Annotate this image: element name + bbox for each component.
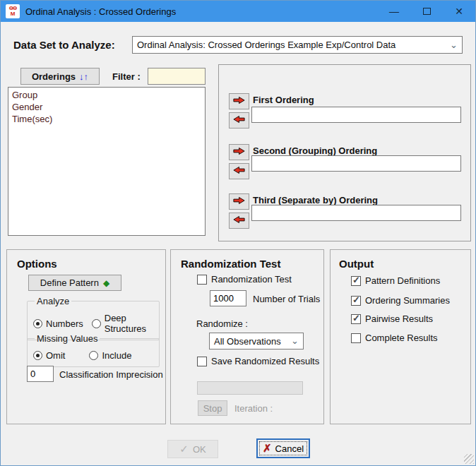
third-ordering-label: Third (Separate by) Ordering (253, 195, 378, 205)
save-randomized-checkbox-label: Save Randomized Results (211, 356, 319, 366)
move-right-second-button[interactable] (229, 144, 249, 160)
output-panel: Output Pattern Definitions Ordering Summ… (330, 249, 471, 424)
list-item[interactable]: Group (8, 89, 205, 101)
randomization-progress-field (197, 381, 303, 395)
arrow-right-icon (232, 196, 246, 207)
ok-button-label: OK (193, 444, 206, 455)
close-button[interactable]: ✕ (443, 1, 475, 22)
ordering-summaries-checkbox[interactable]: Ordering Summaries (351, 295, 450, 306)
resize-grip[interactable] (464, 454, 474, 464)
dataset-combobox[interactable]: Ordinal Analysis: Crossed Orderings Exam… (132, 36, 463, 54)
classification-imprecision-input[interactable] (27, 366, 54, 382)
close-icon: ✕ (455, 6, 463, 17)
maximize-icon (423, 8, 431, 15)
radio-include-label: Include (102, 350, 131, 361)
window-controls: — ✕ (378, 1, 475, 22)
title-bar[interactable]: ΘΘ M Ordinal Analysis : Crossed Ordering… (1, 1, 475, 22)
radio-icon (89, 351, 98, 360)
options-heading: Options (17, 258, 57, 270)
checkbox-icon (197, 275, 207, 285)
radio-deep-structures[interactable]: Deep Structures (92, 313, 153, 334)
save-randomized-checkbox[interactable]: Save Randomized Results (197, 356, 319, 366)
dataset-combobox-value: Ordinal Analysis: Crossed Orderings Exam… (137, 40, 395, 50)
radio-include[interactable]: Include (89, 350, 131, 361)
checkbox-icon (351, 333, 361, 343)
sort-updown-icon: ↓↑ (79, 71, 88, 82)
classification-imprecision-label: Classification Imprecision (59, 369, 163, 380)
pattern-definitions-checkbox[interactable]: Pattern Definitions (351, 275, 440, 286)
pattern-definitions-label: Pattern Definitions (365, 275, 440, 286)
radio-deep-structures-label: Deep Structures (105, 313, 153, 334)
list-item[interactable]: Gender (8, 101, 205, 113)
radio-numbers-label: Numbers (46, 318, 83, 329)
arrow-left-icon (232, 215, 246, 226)
list-item[interactable]: Time(sec) (8, 113, 205, 125)
checkbox-checked-icon (351, 276, 361, 286)
randomization-test-checkbox[interactable]: Randomization Test (197, 274, 292, 285)
x-icon: ✗ (263, 442, 272, 455)
checkbox-icon (197, 357, 207, 366)
define-pattern-button[interactable]: Define Pattern ◆ (28, 275, 121, 291)
randomize-combobox-value: All Observations (214, 336, 281, 347)
radio-omit[interactable]: Omit (33, 350, 65, 361)
first-ordering-label: First Ordering (253, 95, 314, 105)
cancel-button-label: Cancel (275, 443, 304, 454)
orderings-button-label: Orderings (32, 71, 76, 82)
orderings-sort-button[interactable]: Orderings ↓↑ (20, 68, 100, 85)
target-orderings-panel: First Ordering Second (Grouping) Orderin… (218, 64, 471, 241)
ok-button: ✓ OK (167, 440, 218, 458)
maximize-button[interactable] (410, 1, 443, 22)
move-right-third-button[interactable] (229, 193, 249, 210)
third-ordering-input[interactable] (251, 205, 461, 221)
stop-button-label: Stop (203, 403, 222, 414)
checkbox-checked-icon (351, 296, 361, 306)
filter-label: Filter : (112, 71, 141, 82)
checkbox-checked-icon (351, 314, 361, 324)
define-pattern-label: Define Pattern (40, 277, 99, 288)
chevron-down-icon: ⌄ (287, 338, 299, 344)
missing-values-groupbox: Missing Values Omit Include (27, 333, 160, 367)
radio-omit-label: Omit (46, 350, 65, 361)
second-ordering-input[interactable] (251, 155, 461, 172)
complete-results-label: Complete Results (365, 333, 438, 343)
chevron-down-icon: ⌄ (446, 42, 458, 48)
randomization-panel: Randomization Test Randomization Test Nu… (170, 249, 324, 424)
iteration-label: Iteration : (234, 403, 273, 414)
orderings-listbox[interactable]: Group Gender Time(sec) (8, 87, 206, 236)
randomize-combobox[interactable]: All Observations ⌄ (209, 333, 304, 350)
dialog-window: ΘΘ M Ordinal Analysis : Crossed Ordering… (0, 0, 476, 466)
check-icon: ✓ (179, 443, 189, 455)
analyze-legend: Analyze (35, 296, 71, 306)
randomization-test-checkbox-label: Randomization Test (211, 274, 292, 285)
app-icon: ΘΘ M (6, 4, 20, 18)
complete-results-checkbox[interactable]: Complete Results (351, 333, 438, 343)
cancel-button[interactable]: ✗ Cancel (256, 438, 310, 458)
number-of-trials-input[interactable] (210, 290, 246, 306)
radio-numbers[interactable]: Numbers (33, 313, 83, 334)
filter-input[interactable] (148, 68, 206, 85)
second-ordering-label: Second (Grouping) Ordering (253, 145, 377, 156)
minimize-icon: — (389, 6, 399, 17)
first-ordering-input[interactable] (251, 107, 461, 123)
move-left-first-button[interactable] (229, 112, 249, 129)
randomize-label: Randomize : (196, 318, 248, 329)
minimize-button[interactable]: — (378, 1, 410, 22)
arrow-right-icon (232, 96, 246, 107)
move-right-first-button[interactable] (229, 93, 249, 109)
ordering-summaries-label: Ordering Summaries (365, 295, 450, 306)
radio-icon (33, 351, 42, 360)
options-panel: Options Define Pattern ◆ Analyze Numbers… (6, 249, 166, 424)
number-of-trials-label: Number of Trials (253, 294, 320, 304)
move-left-second-button[interactable] (229, 163, 249, 179)
arrow-left-icon (232, 115, 246, 126)
missing-values-legend: Missing Values (35, 333, 100, 344)
arrow-right-icon (232, 147, 246, 157)
window-title: Ordinal Analysis : Crossed Orderings (25, 6, 176, 17)
randomization-heading: Randomization Test (181, 258, 280, 270)
dataset-label: Data Set to Analyze: (13, 39, 115, 51)
pairwise-results-checkbox[interactable]: Pairwise Results (351, 313, 433, 324)
radio-icon (33, 319, 42, 328)
diamond-icon: ◆ (103, 278, 109, 288)
radio-icon (92, 319, 101, 328)
move-left-third-button[interactable] (229, 213, 249, 229)
